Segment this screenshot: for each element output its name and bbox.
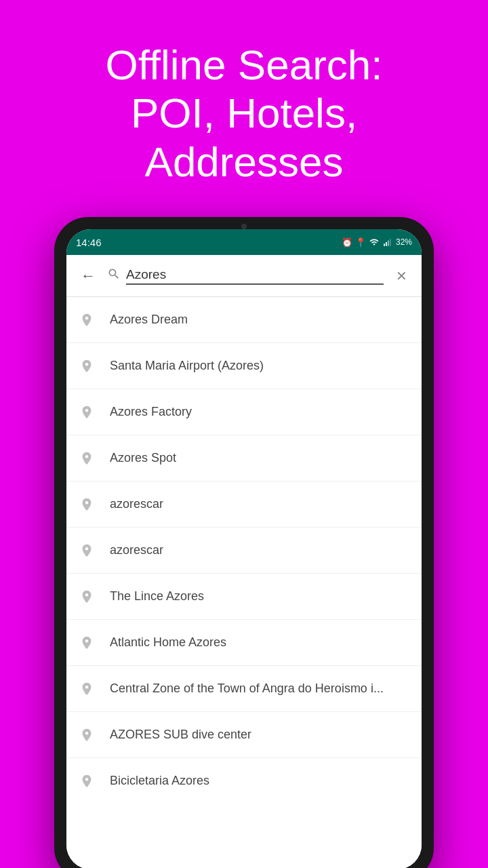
svg-rect-2 <box>388 241 389 246</box>
result-label: The Lince Azores <box>110 589 204 604</box>
location-pin-icon <box>77 726 96 745</box>
svg-rect-1 <box>386 242 387 246</box>
status-time: 14:46 <box>76 237 102 248</box>
list-item[interactable]: Bicicletaria Azores <box>66 758 422 804</box>
page-title: Offline Search: POI, Hotels, Addresses <box>27 41 461 186</box>
result-label: Santa Maria Airport (Azores) <box>110 358 264 374</box>
wifi-icon <box>369 237 380 248</box>
location-pin-icon <box>77 403 96 422</box>
result-label: Azores Factory <box>110 404 192 420</box>
list-item[interactable]: AZORES SUB dive center <box>66 712 422 758</box>
result-label: azorescar <box>110 496 163 512</box>
battery-text: 32% <box>396 237 412 247</box>
list-item[interactable]: Azores Factory <box>66 389 422 435</box>
alarm-icon: ⏰ <box>342 237 352 248</box>
result-label: Central Zone of the Town of Angra do Her… <box>110 681 384 696</box>
search-icon <box>107 267 121 284</box>
result-label: AZORES SUB dive center <box>110 727 251 743</box>
result-label: Atlantic Home Azores <box>110 635 226 650</box>
list-item[interactable]: Azores Spot <box>66 435 422 481</box>
location-pin-icon <box>77 633 96 652</box>
svg-rect-0 <box>384 243 385 246</box>
status-bar: 14:46 ⏰ 📍 <box>66 229 422 255</box>
clear-icon: ✕ <box>396 268 407 284</box>
result-label: azorescar <box>110 542 163 558</box>
back-button[interactable]: ← <box>75 262 102 290</box>
location-icon: 📍 <box>355 237 366 248</box>
results-list: Azores Dream Santa Maria Airport (Azores… <box>66 297 422 868</box>
location-pin-icon <box>77 587 96 606</box>
location-pin-icon <box>77 772 96 791</box>
list-item[interactable]: Santa Maria Airport (Azores) <box>66 343 422 389</box>
list-item[interactable]: Atlantic Home Azores <box>66 620 422 666</box>
search-bar: ← Azores ✕ <box>66 255 422 297</box>
list-item[interactable]: Azores Dream <box>66 297 422 343</box>
list-item[interactable]: azorescar <box>66 481 422 528</box>
location-pin-icon <box>77 357 96 376</box>
result-label: Azores Dream <box>110 312 188 328</box>
header-section: Offline Search: POI, Hotels, Addresses <box>0 0 488 206</box>
status-icons-group: ⏰ 📍 <box>342 237 412 248</box>
location-pin-icon <box>77 679 96 698</box>
location-pin-icon <box>77 311 96 330</box>
location-pin-icon <box>77 495 96 514</box>
phone-container: 14:46 ⏰ 📍 <box>54 217 434 868</box>
list-item[interactable]: Central Zone of the Town of Angra do Her… <box>66 666 422 712</box>
location-pin-icon <box>77 541 96 560</box>
clear-button[interactable]: ✕ <box>389 264 413 288</box>
search-query[interactable]: Azores <box>126 267 384 285</box>
location-pin-icon <box>77 449 96 468</box>
phone-screen: 14:46 ⏰ 📍 <box>66 229 422 868</box>
signal-icon <box>382 237 393 248</box>
svg-rect-3 <box>390 239 391 246</box>
list-item[interactable]: azorescar <box>66 528 422 574</box>
result-label: Azores Spot <box>110 450 176 466</box>
back-icon: ← <box>81 267 96 285</box>
phone-shell: 14:46 ⏰ 📍 <box>54 217 434 868</box>
list-item[interactable]: The Lince Azores <box>66 574 422 620</box>
result-label: Bicicletaria Azores <box>110 773 209 789</box>
